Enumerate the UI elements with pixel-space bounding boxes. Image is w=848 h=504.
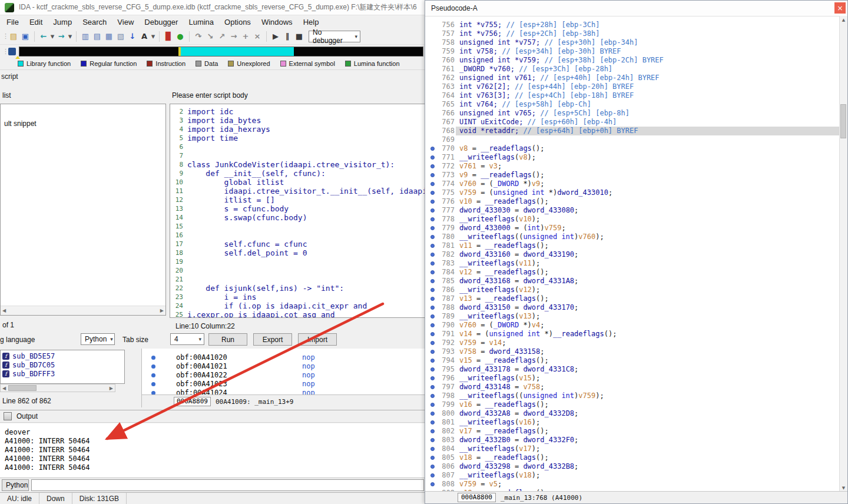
pseudocode-line[interactable]: 791v14 = (unsigned int *)__readeflags(); bbox=[425, 330, 840, 339]
snippet-list[interactable]: ult snippet ◀ ▶ bbox=[0, 104, 166, 316]
pseudocode-line[interactable]: 804__writeeflags(v17); bbox=[425, 445, 840, 453]
function-item[interactable]: fsub_BD7C05 bbox=[1, 360, 124, 369]
pseudocode-line[interactable]: 796__writeeflags(v15); bbox=[425, 374, 840, 383]
menu-file[interactable]: File bbox=[1, 18, 24, 26]
pseudocode-line[interactable]: 773v9 = __readeflags(); bbox=[425, 171, 840, 180]
pseudocode-line[interactable]: 802v17 = __readeflags(); bbox=[425, 427, 840, 436]
menu-help[interactable]: Help bbox=[298, 18, 324, 26]
pseudocode-line[interactable]: 781v11 = __readeflags(); bbox=[425, 241, 840, 250]
scroll-right-icon[interactable]: ▶ bbox=[160, 308, 164, 313]
scroll-left-icon[interactable]: ◀ bbox=[2, 386, 6, 391]
pseudocode-line[interactable]: 798__writeeflags((unsigned int)v759); bbox=[425, 392, 840, 400]
functions-list[interactable]: fsub_BD5E57fsub_BD7C05fsub_BDFFF3 bbox=[0, 350, 125, 384]
disassembly-line[interactable]: obf:00A41021nop bbox=[142, 362, 425, 371]
jump-segment-icon[interactable]: ▥ bbox=[80, 31, 91, 42]
menu-search[interactable]: Search bbox=[77, 18, 112, 26]
pseudocode-line[interactable]: 761_DWORD *v760; // [esp+3Ch] [ebp-28h] bbox=[425, 65, 840, 74]
pseudocode-line[interactable]: 777dword_433030 = dword_433080; bbox=[425, 206, 840, 215]
function-item[interactable]: fsub_BD5E57 bbox=[1, 352, 124, 360]
menu-edit[interactable]: Edit bbox=[24, 18, 48, 26]
pseudocode-line[interactable]: 778__writeeflags(v10); bbox=[425, 215, 840, 224]
menu-options[interactable]: Options bbox=[219, 18, 256, 26]
pseudocode-line[interactable]: 757int *v756; // [esp+2Ch] [ebp-38h] bbox=[425, 29, 840, 38]
pseudocode-view[interactable]: 756int *v755; // [esp+28h] [ebp-3Ch]757i… bbox=[425, 16, 840, 492]
pseudocode-line[interactable]: 789__writeeflags(v13); bbox=[425, 312, 840, 321]
export-button[interactable]: Export bbox=[253, 333, 292, 346]
pseudocode-line[interactable]: 795dword_433178 = dword_4331C8; bbox=[425, 365, 840, 374]
pseudocode-scrollbar[interactable]: ▲ ▼ bbox=[839, 16, 847, 492]
pseudocode-line[interactable]: 774v760 = (_DWORD *)v9; bbox=[425, 180, 840, 188]
pseudocode-line[interactable]: 775v759 = (unsigned int *)dword_433010; bbox=[425, 188, 840, 197]
pseudocode-line[interactable]: 783__writeeflags(v11); bbox=[425, 259, 840, 268]
pseudocode-line[interactable]: 779dword_433000 = (int)v759; bbox=[425, 224, 840, 233]
chevron-down-icon[interactable]: ▾ bbox=[49, 31, 55, 42]
pseudocode-line[interactable]: 760unsigned int *v759; // [esp+38h] [ebp… bbox=[425, 56, 840, 65]
pseudocode-line[interactable]: 776v10 = __readeflags(); bbox=[425, 197, 840, 206]
scroll-right-icon[interactable]: ▶ bbox=[110, 386, 113, 391]
output-window-titlebar[interactable]: Output bbox=[0, 410, 425, 423]
snippet-item[interactable]: ult snippet bbox=[1, 120, 165, 128]
tab-size-select[interactable]: 4 ▾ bbox=[170, 333, 204, 345]
pseudocode-line[interactable]: 764int v763[3]; // [esp+4Ch] [ebp-18h] B… bbox=[425, 91, 840, 100]
pseudocode-line[interactable]: 803dword_4332B0 = dword_4332F0; bbox=[425, 436, 840, 445]
run-to-cursor-icon[interactable]: → bbox=[228, 31, 240, 42]
scroll-up-icon[interactable]: ▲ bbox=[840, 16, 847, 24]
chevron-down-icon[interactable]: ▾ bbox=[150, 31, 156, 42]
functions-scrollbar[interactable]: ◀ ▶ bbox=[0, 384, 115, 392]
function-item[interactable]: fsub_BDFFF3 bbox=[1, 369, 124, 378]
save-icon[interactable]: ▣ bbox=[19, 31, 31, 42]
cli-input[interactable] bbox=[31, 479, 424, 491]
disassembly-line[interactable]: obf:00A41022nop bbox=[142, 371, 425, 380]
menu-view[interactable]: View bbox=[112, 18, 139, 26]
pseudocode-line[interactable]: 772v761 = v3; bbox=[425, 162, 840, 171]
set-color-icon[interactable]: ▉ bbox=[163, 31, 174, 42]
close-icon[interactable]: × bbox=[834, 2, 846, 14]
start-process-icon[interactable]: ▶ bbox=[270, 31, 281, 42]
pseudocode-line[interactable]: 759int v758; // [esp+34h] [ebp-30h] BYRE… bbox=[425, 47, 840, 56]
menu-lumina[interactable]: Lumina bbox=[183, 18, 219, 26]
menu-windows[interactable]: Windows bbox=[256, 18, 298, 26]
pseudocode-line[interactable]: 792v759 = v14; bbox=[425, 339, 840, 347]
open-file-icon[interactable]: ▤ bbox=[8, 31, 19, 42]
jump-address-icon[interactable]: ↓ bbox=[127, 31, 138, 42]
pseudocode-line[interactable]: 807__writeeflags(v18); bbox=[425, 471, 840, 480]
menu-debugger[interactable]: Debugger bbox=[139, 18, 183, 26]
pseudocode-line[interactable]: 765int v764; // [esp+58h] [ebp-Ch] bbox=[425, 100, 840, 109]
snippet-list-scrollbar[interactable]: ◀ ▶ bbox=[1, 306, 165, 315]
disassembly-line[interactable]: obf:00A41023nop bbox=[142, 380, 425, 389]
cli-language-button[interactable]: Python bbox=[2, 479, 29, 491]
pseudocode-line[interactable]: 797dword_433148 = v758; bbox=[425, 383, 840, 392]
pseudocode-line[interactable]: 788dword_433150 = dword_433170; bbox=[425, 303, 840, 312]
chevron-down-icon[interactable]: ▾ bbox=[67, 31, 73, 42]
scroll-left-icon[interactable]: ◀ bbox=[2, 308, 6, 313]
pseudocode-line[interactable]: 762unsigned int v761; // [esp+40h] [ebp-… bbox=[425, 74, 840, 82]
jump-name-icon[interactable]: ▤ bbox=[91, 31, 103, 42]
attach-icon[interactable]: + bbox=[240, 31, 251, 42]
pseudocode-line[interactable]: 766unsigned int v765; // [esp+5Ch] [ebp-… bbox=[425, 109, 840, 118]
disassembly-view[interactable]: obf:00A41020nopobf:00A41021nopobf:00A410… bbox=[141, 349, 425, 407]
pseudocode-line[interactable]: 768void *retaddr; // [esp+64h] [ebp+0h] … bbox=[425, 127, 840, 135]
pseudocode-line[interactable]: 790v760 = (_DWORD *)v4; bbox=[425, 321, 840, 330]
navigate-back-icon[interactable]: ← bbox=[38, 31, 49, 42]
print-icon[interactable]: ▧ bbox=[115, 31, 127, 42]
pseudocode-line[interactable]: 800dword_4332A8 = dword_4332D8; bbox=[425, 409, 840, 418]
pseudocode-line[interactable]: 793v758 = dword_433158; bbox=[425, 347, 840, 356]
pseudocode-line[interactable]: 770v8 = __readeflags(); bbox=[425, 144, 840, 153]
pause-process-icon[interactable]: ‖ bbox=[281, 31, 293, 42]
language-select[interactable]: Python ▾ bbox=[81, 333, 115, 345]
pseudocode-line[interactable]: 771__writeeflags(v8); bbox=[425, 153, 840, 162]
pseudocode-line[interactable]: 805v18 = __readeflags(); bbox=[425, 453, 840, 462]
pseudocode-line[interactable]: 758unsigned int *v757; // [esp+30h] [ebp… bbox=[425, 38, 840, 47]
pseudocode-line[interactable]: 806dword_433298 = dword_4332B8; bbox=[425, 462, 840, 471]
pseudocode-line[interactable]: 767UINT uExitCode; // [esp+60h] [ebp-4h] bbox=[425, 118, 840, 127]
navigation-band[interactable] bbox=[19, 47, 423, 57]
pseudocode-line[interactable]: 756int *v755; // [esp+28h] [ebp-3Ch] bbox=[425, 21, 840, 29]
stop-process-icon[interactable]: ■ bbox=[293, 31, 305, 42]
lumina-pull-icon[interactable]: ● bbox=[174, 31, 186, 42]
pseudocode-titlebar[interactable]: Pseudocode-A × bbox=[425, 1, 847, 16]
pseudocode-line[interactable]: 808v759 = v5; bbox=[425, 480, 840, 489]
run-button[interactable]: Run bbox=[208, 333, 247, 346]
pseudocode-line[interactable]: 785dword_433168 = dword_4331A8; bbox=[425, 277, 840, 286]
pseudocode-line[interactable]: 769 bbox=[425, 135, 840, 144]
pseudocode-line[interactable]: 799v16 = __readeflags(); bbox=[425, 400, 840, 409]
